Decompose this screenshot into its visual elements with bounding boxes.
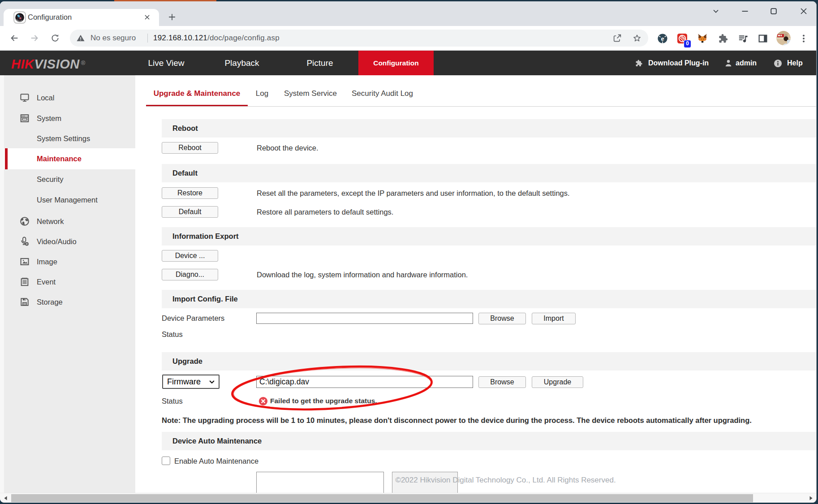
security-status-label[interactable]: No es seguro [90, 30, 136, 47]
tabs-underline [146, 106, 816, 107]
browser-tab-configuration[interactable]: Configuration [4, 9, 159, 26]
tab-log[interactable]: Log [247, 86, 277, 106]
nav-configuration[interactable]: Configuration [358, 51, 434, 75]
device-export-button[interactable]: Device ... [162, 250, 218, 262]
sidebar-item-local[interactable]: Local [4, 87, 135, 108]
sidebar-item-system[interactable]: System [4, 108, 135, 129]
nav-playback[interactable]: Playback [206, 51, 278, 75]
restore-desc: Reset all the parameters, except the IP … [257, 187, 570, 199]
sidebar-item-storage[interactable]: Storage [4, 292, 135, 312]
diagnose-desc: Download the log, system information and… [257, 269, 468, 280]
hikvision-logo: HIKVISION® [11, 51, 85, 75]
event-notepad-icon [20, 277, 30, 287]
browser-window: Configuration [0, 1, 817, 503]
device-parameters-input[interactable] [256, 313, 473, 324]
section-upgrade-header: Upgrade [162, 352, 816, 370]
page-body: Local System System Settings Maintenan [0, 75, 816, 493]
section-auto-maintenance-header: Device Auto Maintenance [162, 432, 816, 450]
error-icon [258, 396, 268, 406]
copyright-footer: ©2022 Hikvision Digital Technology Co., … [135, 476, 816, 485]
nav-picture[interactable]: Picture [284, 51, 356, 75]
profile-avatar[interactable] [776, 31, 791, 45]
restore-button[interactable]: Restore [162, 187, 218, 199]
help-info-icon [774, 59, 782, 68]
extension-metamask-icon[interactable] [697, 33, 708, 44]
sidebar-item-image[interactable]: Image [4, 251, 135, 272]
logo-hik-text: HIK [11, 57, 34, 71]
logged-in-user[interactable]: admin [736, 51, 757, 75]
extensions-puzzle-icon[interactable] [718, 33, 728, 44]
sidebar-item-security[interactable]: Security [4, 169, 135, 190]
microphone-icon [20, 237, 30, 246]
enable-auto-maintenance-checkbox[interactable] [162, 457, 170, 465]
reload-button[interactable] [50, 33, 60, 43]
section-information-export-header: Information Export [162, 227, 816, 246]
firmware-file-input[interactable]: C:\digicap.dav [256, 376, 473, 388]
help-link[interactable]: Help [787, 51, 803, 75]
sidebar-item-event[interactable]: Event [4, 271, 135, 292]
sidebar-item-maintenance[interactable]: Maintenance [4, 148, 135, 169]
upgrade-button[interactable]: Upgrade [532, 376, 583, 388]
content-panel: Upgrade & Maintenance Log System Service… [135, 75, 816, 493]
logo-registered-mark: ® [81, 60, 86, 66]
svg-text:e: e [661, 34, 664, 42]
download-plugin-icon [635, 59, 643, 67]
url-domain: 192.168.10.121 [153, 34, 207, 42]
logo-vision-text: VISION [34, 57, 79, 71]
scroll-left-arrow[interactable] [2, 495, 9, 502]
window-maximize-button[interactable] [768, 6, 779, 17]
section-reboot-header: Reboot [162, 119, 816, 138]
back-button[interactable] [9, 33, 19, 43]
default-desc: Restore all parameters to default settin… [257, 206, 393, 218]
scrollbar-thumb[interactable] [11, 494, 753, 502]
system-window-icon [20, 113, 30, 123]
sidebar-item-network[interactable]: Network [4, 211, 135, 232]
download-plugin-link[interactable]: Download Plug-in [648, 51, 709, 75]
select-chevron-icon [209, 379, 215, 385]
not-secure-warning-icon[interactable] [76, 34, 85, 43]
extension-e-logo-icon[interactable]: e [657, 33, 668, 44]
forward-button[interactable] [30, 33, 39, 43]
tab-security-audit-log[interactable]: Security Audit Log [344, 86, 421, 106]
enable-auto-maintenance-label[interactable]: Enable Auto Maintenance [174, 455, 258, 467]
section-default-header: Default [162, 164, 816, 182]
tab-close-icon[interactable] [143, 13, 151, 22]
tab-upgrade-maintenance[interactable]: Upgrade & Maintenance [146, 86, 248, 106]
sidebar-item-video-audio[interactable]: Video/Audio [4, 231, 135, 252]
import-button[interactable]: Import [532, 313, 576, 324]
sidebar-item-system-settings[interactable]: System Settings [4, 128, 135, 149]
reboot-desc: Reboot the device. [257, 142, 319, 154]
media-playlist-icon[interactable] [738, 33, 749, 44]
address-bar[interactable]: No es seguro 192.168.10.121/doc/page/con… [70, 30, 648, 47]
new-tab-button[interactable] [167, 12, 177, 22]
browser-menu-dots-icon[interactable] [798, 33, 809, 44]
browser-toolbar: No es seguro 192.168.10.121/doc/page/con… [0, 26, 816, 51]
diagnose-export-button[interactable]: Diagno... [162, 269, 218, 280]
horizontal-scrollbar[interactable] [0, 493, 816, 503]
nav-live-view[interactable]: Live View [130, 51, 202, 75]
window-minimize-button[interactable] [740, 6, 750, 17]
tab-search-chevron-icon[interactable] [710, 6, 721, 17]
upgrade-browse-button[interactable]: Browse [478, 376, 526, 388]
sidebar-left-strip [0, 75, 4, 493]
reboot-button[interactable]: Reboot [162, 142, 218, 154]
upgrade-type-select[interactable]: Firmware [162, 375, 220, 389]
window-close-button[interactable] [798, 6, 809, 17]
tab-system-service[interactable]: System Service [276, 86, 345, 106]
url-path: /doc/page/config.asp [207, 34, 280, 42]
storage-floppy-icon [20, 297, 30, 307]
tab-title: Configuration [28, 9, 72, 26]
image-icon [20, 257, 30, 267]
default-button[interactable]: Default [162, 206, 218, 218]
side-panel-icon[interactable] [758, 33, 768, 44]
omnibox-separator [147, 34, 148, 43]
bookmark-star-icon[interactable] [632, 33, 642, 43]
selected-item-marker [5, 148, 8, 169]
device-parameters-label: Device Parameters [162, 312, 224, 324]
import-browse-button[interactable]: Browse [478, 313, 526, 324]
user-icon [724, 59, 732, 67]
share-icon[interactable] [612, 33, 622, 43]
sidebar-item-user-management[interactable]: User Management [4, 190, 135, 210]
scroll-right-arrow[interactable] [807, 495, 814, 502]
url-text[interactable]: 192.168.10.121/doc/page/config.asp [153, 30, 280, 47]
